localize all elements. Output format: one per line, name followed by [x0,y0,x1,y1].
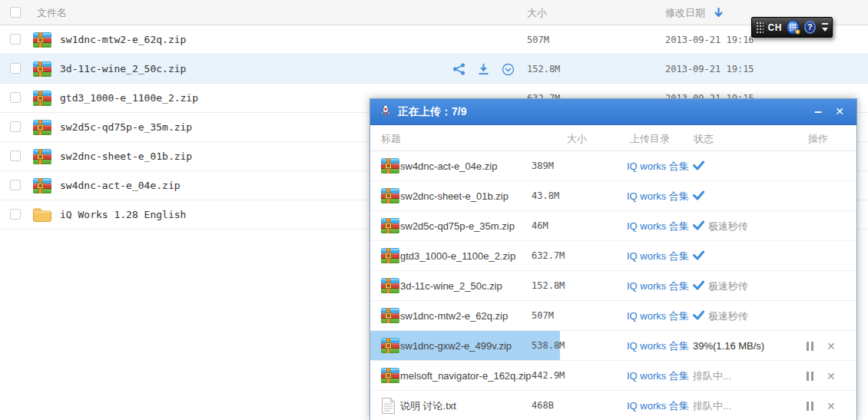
upload-dir-link[interactable]: IQ works 合集 [627,271,689,301]
file-name[interactable]: sw2d5c-qd75p-e_35m.zip [60,113,192,142]
upload-file-size: 46M [532,211,548,241]
upload-file-name: sw2d5c-qd75p-e_35m.zip [400,211,515,241]
file-row[interactable]: sw1dnc-mtw2-e_62q.zip [0,25,868,55]
status-check [693,309,704,323]
upload-file-icon [380,367,400,384]
upload-table-header: 标题 大小 上传目录 状态 操作 [370,125,856,151]
dialog-close-button[interactable]: ✕ [832,99,847,124]
pause-icon[interactable] [807,372,813,381]
upload-file-icon [380,277,400,294]
upload-dir-link[interactable]: IQ works 合集 [627,151,689,181]
share-icon[interactable] [452,62,465,76]
upload-file-icon [380,337,400,354]
pause-icon[interactable] [807,402,813,411]
zip-file-icon [380,277,400,294]
file-name[interactable]: gtd3_1000-e_1100e_2.zip [60,84,198,113]
ime-help-icon[interactable]: ? [804,21,816,34]
upload-dir-link[interactable]: IQ works 合集 [627,331,689,361]
ime-expand-icon[interactable] [822,28,828,31]
upload-row[interactable]: sw2d5c-qd75p-e_35m.zip 46M IQ works 合集 极… [370,211,856,241]
status-check [693,160,704,174]
ime-options[interactable] [822,23,828,31]
zip-file-icon [32,90,52,107]
upload-dir-link[interactable]: IQ works 合集 [627,181,689,211]
file-type-icon [32,31,52,48]
download-icon[interactable] [476,62,490,76]
upload-status: 39%(1.16 MB/s) [693,331,764,361]
success-check-icon [693,250,704,260]
file-row[interactable]: 3d-11c-wine_2_50c.zip [0,55,868,84]
column-operation: 操作 [808,132,828,146]
upload-row[interactable]: sw1dnc-gxw2-e_499v.zip 538.8M IQ works 合… [370,331,856,361]
sort-desc-icon[interactable] [714,7,723,21]
row-checkbox[interactable] [10,180,21,190]
upload-status: 排队中... [693,361,731,391]
zip-file-icon [380,307,400,324]
row-checkbox[interactable] [10,63,21,74]
more-actions-icon[interactable] [501,62,515,76]
file-size: 507M [527,25,549,55]
row-checkbox[interactable] [10,209,21,220]
column-size[interactable]: 大小 [527,6,547,20]
row-checkbox[interactable] [10,92,21,103]
column-filename[interactable]: 文件名 [37,6,67,20]
cancel-icon[interactable]: ✕ [827,371,836,382]
upload-file-name: sw1dnc-mtw2-e_62q.zip [400,301,508,331]
row-checkbox[interactable] [10,121,21,132]
upload-dir-link[interactable]: IQ works 合集 [627,241,689,271]
upload-dialog: 正在上传：7/9 – ✕ 标题 大小 上传目录 状态 操作 sw4dnc-act… [369,98,857,420]
drag-grip-icon[interactable] [756,21,764,34]
upload-controls: ✕ [807,391,836,420]
row-checkbox[interactable] [10,150,21,161]
cancel-icon[interactable]: ✕ [827,341,836,352]
upload-status: 极速秒传 [693,271,748,301]
column-title: 标题 [381,132,401,146]
upload-dir-link[interactable]: IQ works 合集 [627,301,689,331]
upload-file-name: sw4dnc-act-e_04e.zip [400,151,497,181]
success-check-icon [693,220,704,230]
dialog-minimize-button[interactable]: – [810,99,826,124]
file-type-icon [32,61,52,78]
file-name[interactable]: sw4dnc-act-e_04e.zip [60,171,181,200]
ime-input-method-icon[interactable]: 拼 [787,20,800,35]
ime-language-bar[interactable]: CH 拼 ? [751,17,833,38]
upload-dir-link[interactable]: IQ works 合集 [627,361,689,391]
ime-language-label[interactable]: CH [768,22,782,33]
upload-row[interactable]: 说明 讨论.txt 468B IQ works 合集 排队中... ✕ [370,391,856,420]
status-check [693,279,704,293]
dialog-titlebar[interactable]: 正在上传：7/9 – ✕ [370,99,856,125]
file-name[interactable]: 3d-11c-wine_2_50c.zip [60,55,186,84]
file-name[interactable]: sw1dnc-mtw2-e_62q.zip [60,25,186,55]
file-size: 152.8M [527,55,560,84]
upload-file-icon [380,187,400,204]
upload-row[interactable]: 3d-11c-wine_2_50c.zip 152.8M IQ works 合集… [370,271,856,301]
upload-dir-link[interactable]: IQ works 合集 [627,211,689,241]
upload-row[interactable]: sw4dnc-act-e_04e.zip 389M IQ works 合集 [370,151,856,181]
select-all-checkbox[interactable] [10,7,21,18]
column-modified-date[interactable]: 修改日期 [665,6,705,20]
file-name[interactable]: iQ Works 1.28 English [60,200,186,230]
success-check-icon [693,310,704,320]
success-check-icon [693,160,704,170]
status-check [693,190,704,203]
upload-row[interactable]: sw1dnc-mtw2-e_62q.zip 507M IQ works 合集 极… [370,301,856,331]
upload-row[interactable]: sw2dnc-sheet-e_01b.zip 43.8M IQ works 合集 [370,181,856,211]
upload-dir-link[interactable]: IQ works 合集 [627,391,689,420]
zip-file-icon [380,337,400,354]
row-checkbox[interactable] [10,34,21,45]
zip-file-icon [32,119,52,136]
pause-icon[interactable] [807,342,813,351]
upload-file-size: 538.8M [532,331,565,361]
file-name[interactable]: sw2dnc-sheet-e_01b.zip [60,142,192,171]
upload-status: 极速秒传 [693,301,748,331]
zip-file-icon [380,187,400,204]
ime-minimize-icon[interactable] [822,23,828,25]
upload-status [693,241,708,271]
success-check-icon [693,190,704,200]
upload-row[interactable]: gtd3_1000-e_1100e_2.zip 632.7M IQ works … [370,241,856,271]
upload-row[interactable]: melsoft_navigator-e_162q.zip 442.9M IQ w… [370,361,856,391]
cancel-icon[interactable]: ✕ [827,401,836,412]
status-check [693,250,704,263]
zip-file-icon [380,157,400,174]
upload-file-name: gtd3_1000-e_1100e_2.zip [400,241,515,271]
